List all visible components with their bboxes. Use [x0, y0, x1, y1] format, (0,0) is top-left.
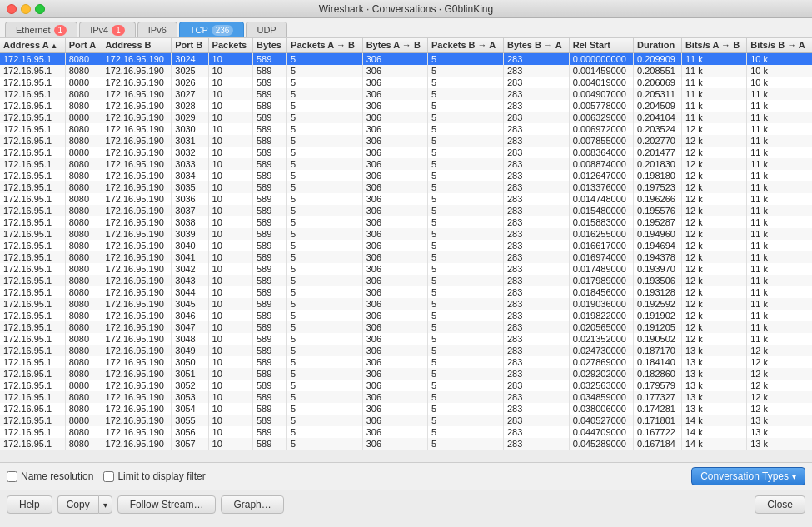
table-row[interactable]: 172.16.95.18080172.16.95.190303210589530… [0, 147, 812, 158]
table-container[interactable]: Address A▲Port AAddress BPort BPacketsBy… [0, 38, 812, 463]
cell-11: 0.195287 [633, 216, 681, 228]
cell-1: 8080 [65, 391, 102, 403]
cell-5: 589 [252, 205, 286, 216]
cell-11: 0.198180 [633, 170, 681, 181]
table-row[interactable]: 172.16.95.18080172.16.95.190302610589530… [0, 77, 812, 88]
table-row[interactable]: 172.16.95.18080172.16.95.190304610589530… [0, 310, 812, 321]
cell-8: 5 [427, 380, 503, 391]
table-row[interactable]: 172.16.95.18080172.16.95.190302810589530… [0, 100, 812, 112]
table-row[interactable]: 172.16.95.18080172.16.95.190302510589530… [0, 65, 812, 77]
table-row[interactable]: 172.16.95.18080172.16.95.190305010589530… [0, 356, 812, 368]
tab-ethernet[interactable]: Ethernet1 [5, 22, 77, 37]
cell-7: 306 [362, 403, 427, 415]
limit-display-label[interactable]: Limit to display filter [103, 470, 205, 482]
table-row[interactable]: 172.16.95.18080172.16.95.190305710589530… [0, 438, 812, 450]
table-row[interactable]: 172.16.95.18080172.16.95.190303610589530… [0, 193, 812, 205]
cell-0: 172.16.95.1 [0, 380, 65, 391]
cell-7: 306 [362, 310, 427, 321]
tab-udp[interactable]: UDP [246, 22, 286, 37]
cell-1: 8080 [65, 368, 102, 380]
cell-7: 306 [362, 368, 427, 380]
table-row[interactable]: 172.16.95.18080172.16.95.190304410589530… [0, 286, 812, 298]
copy-button[interactable]: Copy [57, 495, 98, 514]
cell-0: 172.16.95.1 [0, 77, 65, 88]
table-row[interactable]: 172.16.95.18080172.16.95.190305610589530… [0, 426, 812, 438]
cell-4: 10 [208, 193, 252, 205]
cell-11: 0.195576 [633, 205, 681, 216]
tab-tcp[interactable]: TCP236 [179, 22, 245, 37]
table-row[interactable]: 172.16.95.18080172.16.95.190304910589530… [0, 345, 812, 356]
cell-6: 5 [287, 275, 363, 286]
cell-7: 306 [362, 321, 427, 333]
cell-2: 172.16.95.190 [102, 403, 172, 415]
table-row[interactable]: 172.16.95.18080172.16.95.190302410589530… [0, 52, 812, 65]
table-row[interactable]: 172.16.95.18080172.16.95.190304510589530… [0, 298, 812, 310]
cell-1: 8080 [65, 135, 102, 147]
table-row[interactable]: 172.16.95.18080172.16.95.190304710589530… [0, 321, 812, 333]
cell-9: 283 [503, 286, 569, 298]
table-row[interactable]: 172.16.95.18080172.16.95.190302710589530… [0, 88, 812, 100]
name-resolution-checkbox[interactable] [7, 471, 17, 482]
cell-13: 11 k [747, 263, 812, 275]
follow-stream-button[interactable]: Follow Stream… [117, 495, 217, 514]
table-row[interactable]: 172.16.95.18080172.16.95.190305110589530… [0, 368, 812, 380]
cell-13: 12 k [747, 345, 812, 356]
minimize-light[interactable] [21, 4, 31, 14]
cell-11: 0.174281 [633, 403, 681, 415]
help-button[interactable]: Help [7, 495, 52, 514]
close-button[interactable]: Close [755, 495, 805, 514]
cell-10: 0.045289000 [569, 438, 633, 450]
cell-10: 0.014748000 [569, 193, 633, 205]
table-row[interactable]: 172.16.95.18080172.16.95.190304010589530… [0, 240, 812, 251]
table-row[interactable]: 172.16.95.18080172.16.95.190305310589530… [0, 391, 812, 403]
table-row[interactable]: 172.16.95.18080172.16.95.190303910589530… [0, 228, 812, 240]
cell-8: 5 [427, 100, 503, 112]
tab-ipv6[interactable]: IPv6 [137, 22, 177, 37]
table-row[interactable]: 172.16.95.18080172.16.95.190303110589530… [0, 135, 812, 147]
cell-8: 5 [427, 286, 503, 298]
cell-3: 3049 [172, 345, 208, 356]
cell-10: 0.020565000 [569, 321, 633, 333]
table-row[interactable]: 172.16.95.18080172.16.95.190304110589530… [0, 251, 812, 263]
table-row[interactable]: 172.16.95.18080172.16.95.190304810589530… [0, 333, 812, 345]
name-resolution-label[interactable]: Name resolution [7, 470, 93, 482]
cell-13: 11 k [747, 170, 812, 181]
cell-11: 0.194960 [633, 228, 681, 240]
table-row[interactable]: 172.16.95.18080172.16.95.190305410589530… [0, 403, 812, 415]
cell-7: 306 [362, 135, 427, 147]
cell-12: 12 k [681, 205, 746, 216]
table-row[interactable]: 172.16.95.18080172.16.95.190304310589530… [0, 275, 812, 286]
table-row[interactable]: 172.16.95.18080172.16.95.190303710589530… [0, 205, 812, 216]
cell-0: 172.16.95.1 [0, 123, 65, 135]
close-light[interactable] [7, 4, 17, 14]
limit-display-checkbox[interactable] [103, 471, 114, 482]
cell-5: 589 [252, 298, 286, 310]
cell-5: 589 [252, 368, 286, 380]
cell-11: 0.184140 [633, 356, 681, 368]
graph-button[interactable]: Graph… [221, 495, 283, 514]
copy-dropdown-arrow[interactable]: ▾ [98, 495, 112, 514]
conversation-types-button[interactable]: Conversation Types ▾ [691, 467, 805, 485]
cell-10: 0.017489000 [569, 263, 633, 275]
table-row[interactable]: 172.16.95.18080172.16.95.190304210589530… [0, 263, 812, 275]
col-header-0[interactable]: Address A▲ [0, 38, 65, 52]
table-row[interactable]: 172.16.95.18080172.16.95.190303410589530… [0, 170, 812, 181]
tab-ipv4[interactable]: IPv41 [79, 22, 136, 37]
table-row[interactable]: 172.16.95.18080172.16.95.190303310589530… [0, 158, 812, 170]
cell-3: 3037 [172, 205, 208, 216]
cell-8: 5 [427, 123, 503, 135]
cell-0: 172.16.95.1 [0, 263, 65, 275]
table-row[interactable]: 172.16.95.18080172.16.95.190302910589530… [0, 112, 812, 123]
cell-8: 5 [427, 415, 503, 426]
cell-1: 8080 [65, 88, 102, 100]
chevron-down-icon: ▾ [103, 500, 107, 510]
table-row[interactable]: 172.16.95.18080172.16.95.190303510589530… [0, 181, 812, 193]
cell-3: 3050 [172, 356, 208, 368]
table-row[interactable]: 172.16.95.18080172.16.95.190305210589530… [0, 380, 812, 391]
cell-6: 5 [287, 380, 363, 391]
table-row[interactable]: 172.16.95.18080172.16.95.190303810589530… [0, 216, 812, 228]
cell-11: 0.190502 [633, 333, 681, 345]
table-row[interactable]: 172.16.95.18080172.16.95.190303010589530… [0, 123, 812, 135]
maximize-light[interactable] [35, 4, 45, 14]
table-row[interactable]: 172.16.95.18080172.16.95.190305510589530… [0, 415, 812, 426]
